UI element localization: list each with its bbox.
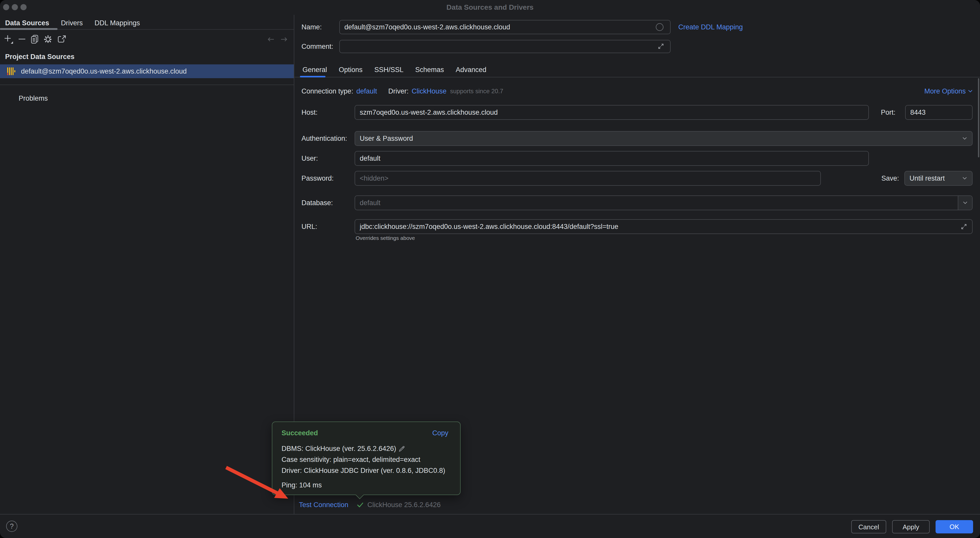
driver-value-link[interactable]: ClickHouse bbox=[412, 86, 447, 96]
database-dropdown-button[interactable] bbox=[958, 196, 972, 210]
authentication-label: Authentication: bbox=[301, 131, 347, 146]
database-label: Database: bbox=[301, 196, 333, 210]
apply-button[interactable]: Apply bbox=[892, 520, 930, 533]
dropdown-corner-icon bbox=[11, 41, 13, 44]
chevron-down-icon bbox=[962, 177, 967, 180]
host-input[interactable] bbox=[355, 105, 869, 120]
help-button[interactable]: ? bbox=[6, 520, 18, 532]
copy-link[interactable]: Copy bbox=[432, 429, 449, 437]
password-label: Password: bbox=[301, 171, 334, 186]
cancel-button[interactable]: Cancel bbox=[851, 520, 886, 533]
clickhouse-icon bbox=[6, 67, 16, 76]
problems-divider bbox=[0, 84, 294, 85]
plus-icon bbox=[5, 35, 11, 41]
data-source-list-item-selected[interactable]: default@szm7oqed0o.us-west-2.aws.clickho… bbox=[0, 64, 294, 78]
popup-status: Succeeded bbox=[282, 429, 318, 437]
settings-tab-bar: General Options SSH/SSL Schemas Advanced bbox=[302, 64, 487, 75]
database-combobox[interactable]: default bbox=[355, 196, 973, 210]
gear-icon bbox=[45, 36, 51, 42]
ok-button[interactable]: OK bbox=[935, 520, 973, 533]
back-button[interactable] bbox=[265, 34, 277, 45]
tab-drivers[interactable]: Drivers bbox=[61, 18, 83, 28]
connection-state-indicator bbox=[656, 23, 663, 31]
problems-item[interactable]: Problems bbox=[19, 94, 48, 103]
active-tab-underline bbox=[300, 76, 326, 77]
project-data-sources-header: Project Data Sources bbox=[5, 52, 75, 61]
comment-label: Comment: bbox=[301, 40, 333, 53]
tab-schemas[interactable]: Schemas bbox=[415, 64, 444, 75]
tab-ddl-mappings[interactable]: DDL Mappings bbox=[94, 18, 140, 28]
password-save-select[interactable]: Until restart bbox=[904, 171, 973, 186]
port-label: Port: bbox=[881, 105, 896, 120]
user-label: User: bbox=[301, 151, 318, 166]
edit-pencil-icon[interactable] bbox=[398, 445, 406, 452]
url-label: URL: bbox=[301, 219, 317, 234]
popup-dbms-line: DBMS: ClickHouse (ver. 25.6.2.6426) bbox=[282, 443, 396, 454]
tab-options[interactable]: Options bbox=[339, 64, 363, 75]
tab-general[interactable]: General bbox=[302, 64, 327, 75]
save-label: Save: bbox=[881, 171, 899, 186]
forward-button[interactable] bbox=[278, 34, 290, 45]
footer-divider bbox=[0, 514, 980, 514]
window-title: Data Sources and Drivers bbox=[0, 3, 980, 11]
export-data-source-button[interactable] bbox=[57, 34, 67, 45]
help-question-icon: ? bbox=[10, 522, 14, 530]
more-options-link[interactable]: More Options bbox=[924, 86, 973, 96]
popup-ping: Ping: 104 ms bbox=[282, 481, 449, 489]
authentication-value: User & Password bbox=[360, 135, 962, 143]
scrollbar-thumb[interactable] bbox=[978, 78, 979, 158]
password-save-value: Until restart bbox=[910, 175, 962, 182]
popup-case-line: Case sensitivity: plain=exact, delimited… bbox=[282, 454, 420, 465]
driver-label: Driver: bbox=[388, 86, 409, 96]
export-icon bbox=[58, 36, 65, 42]
add-data-source-button[interactable] bbox=[3, 34, 14, 45]
data-sources-dialog: Data Sources and Drivers Data Sources Dr… bbox=[0, 0, 980, 538]
expand-url-icon[interactable] bbox=[960, 223, 968, 231]
chevron-down-icon bbox=[963, 201, 968, 205]
password-input[interactable] bbox=[355, 171, 821, 186]
test-connection-link[interactable]: Test Connection bbox=[299, 500, 348, 509]
tab-data-sources[interactable]: Data Sources bbox=[5, 18, 49, 28]
create-ddl-mapping-link[interactable]: Create DDL Mapping bbox=[678, 22, 743, 32]
duplicate-icon bbox=[32, 35, 38, 43]
arrow-right-icon bbox=[281, 38, 286, 41]
chevron-down-icon bbox=[968, 89, 973, 93]
arrow-left-icon bbox=[268, 38, 274, 41]
comment-input[interactable] bbox=[339, 40, 671, 53]
tab-advanced[interactable]: Advanced bbox=[456, 64, 487, 75]
connection-type-value-link[interactable]: default bbox=[356, 86, 377, 96]
name-label: Name: bbox=[301, 20, 322, 34]
url-input[interactable] bbox=[355, 219, 973, 234]
name-input[interactable] bbox=[339, 20, 671, 34]
sidebar-tab-bar: Data Sources Drivers DDL Mappings bbox=[5, 18, 140, 28]
driver-support-note: supports since 20.7 bbox=[450, 86, 503, 96]
test-connection-popup: Succeeded Copy DBMS: ClickHouse (ver. 25… bbox=[272, 422, 461, 495]
settings-tabs-divider bbox=[294, 77, 980, 77]
authentication-select[interactable]: User & Password bbox=[355, 131, 973, 146]
success-check-icon bbox=[356, 501, 364, 509]
data-source-name: default@szm7oqed0o.us-west-2.aws.clickho… bbox=[21, 67, 187, 75]
test-connection-result: ClickHouse 25.6.2.6426 bbox=[368, 500, 441, 509]
duplicate-data-source-button[interactable] bbox=[30, 34, 40, 45]
remove-data-source-button[interactable] bbox=[17, 34, 27, 45]
connection-type-label: Connection type: bbox=[301, 86, 353, 96]
chevron-down-icon bbox=[962, 137, 967, 140]
database-value: default bbox=[360, 199, 958, 207]
url-note: Overrides settings above bbox=[356, 235, 415, 241]
port-input[interactable] bbox=[905, 105, 973, 120]
popup-notch bbox=[355, 490, 364, 499]
expand-comment-icon[interactable] bbox=[657, 42, 665, 50]
host-label: Host: bbox=[301, 105, 318, 120]
connection-type-row: Connection type: default Driver: ClickHo… bbox=[301, 86, 503, 96]
user-input[interactable] bbox=[355, 151, 869, 166]
sidebar-active-tab-underline bbox=[0, 28, 57, 30]
popup-driver-line: Driver: ClickHouse JDBC Driver (ver. 0.8… bbox=[282, 465, 445, 476]
data-source-settings-button[interactable] bbox=[43, 34, 53, 45]
tab-ssh-ssl[interactable]: SSH/SSL bbox=[374, 64, 403, 75]
